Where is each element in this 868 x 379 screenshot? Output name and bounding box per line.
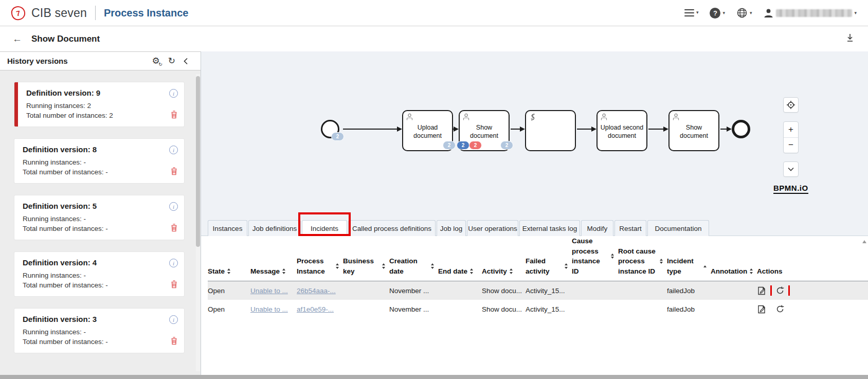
help-menu-button[interactable]: ? ▾: [710, 8, 725, 19]
sidebar-scrollbar-thumb[interactable]: [196, 76, 200, 247]
collapse-panel-button[interactable]: [184, 58, 188, 65]
apps-menu-button[interactable]: ▾: [684, 9, 699, 16]
retry-job-button[interactable]: [775, 304, 785, 314]
tab-job-definitions[interactable]: Job definitions: [248, 220, 301, 236]
user-task-icon: [406, 113, 413, 121]
version-card-3[interactable]: Definition version: 3 Running instances:…: [14, 309, 184, 353]
version-title: Definition version: 5: [23, 202, 177, 210]
retry-job-button[interactable]: [775, 285, 785, 296]
refresh-button[interactable]: ↻: [168, 57, 175, 65]
sort-icon: [565, 263, 568, 269]
page-title: Show Document: [31, 34, 100, 44]
column-header-failed-activity[interactable]: Failed activity: [526, 256, 572, 276]
bpmn-io-logo[interactable]: BPMN.iO: [773, 184, 808, 194]
zoom-in-button[interactable]: +: [784, 122, 798, 138]
download-button[interactable]: [845, 33, 855, 45]
column-header-annotation[interactable]: Annotation: [711, 266, 757, 277]
cell-state: Open: [208, 287, 250, 295]
horizontal-scrollbar[interactable]: [0, 375, 868, 379]
delete-version-button[interactable]: [170, 280, 178, 291]
incident-message-link[interactable]: Unable to ...: [250, 287, 288, 295]
incident-count-badge[interactable]: 2: [469, 141, 482, 150]
diagram-expand-button[interactable]: [783, 161, 799, 177]
process-instance-link[interactable]: 26b54aaa-...: [297, 287, 336, 295]
tab-modify[interactable]: Modify: [581, 220, 613, 236]
running-instances: Running instances: -: [23, 214, 177, 224]
instance-count-badge[interactable]: 2: [500, 141, 513, 150]
version-card-5[interactable]: Definition version: 5 Running instances:…: [14, 195, 184, 240]
column-header-process-instance[interactable]: Process Instance: [297, 256, 343, 276]
edit-annotation-button[interactable]: [757, 304, 767, 314]
back-button[interactable]: ←: [12, 33, 22, 45]
column-header-message[interactable]: Message: [250, 266, 297, 277]
column-header-root-cause-process-instance-id[interactable]: Root cause process instance ID: [618, 246, 667, 277]
version-title: Definition version: 9: [26, 88, 177, 97]
cell-incident-type: failedJob: [667, 287, 711, 295]
tab-documentation[interactable]: Documentation: [647, 220, 709, 236]
settings-sync-button[interactable]: ⚙↻: [152, 57, 160, 65]
delete-version-button[interactable]: [170, 223, 178, 234]
column-header-end-date[interactable]: End date: [438, 266, 482, 277]
delete-version-button[interactable]: [170, 336, 178, 348]
chevron-down-icon: ▾: [722, 11, 725, 15]
version-card-4[interactable]: Definition version: 4 Running instances:…: [14, 252, 184, 296]
delete-version-button[interactable]: [170, 167, 178, 178]
sequence-flow: [452, 129, 458, 130]
bpmn-task-upload-second-document[interactable]: Upload second document: [596, 110, 647, 151]
tab-external-tasks-log[interactable]: External tasks log: [519, 220, 580, 236]
running-instances: Running instances: -: [23, 157, 177, 167]
incidents-table: State Message Process Instance Business …: [201, 236, 868, 318]
instance-count-badge[interactable]: 2: [331, 132, 344, 141]
column-header-actions: Actions: [757, 266, 794, 277]
info-icon[interactable]: i: [169, 146, 178, 154]
sort-icon: [431, 263, 434, 269]
tab-called-process-definitions[interactable]: Called process definitions: [348, 220, 436, 236]
app-root: 7 CIB seven Process Instance ▾ ? ▾: [0, 0, 868, 379]
column-header-state[interactable]: State: [208, 266, 250, 277]
instance-count-badge[interactable]: 2: [443, 141, 456, 150]
bpmn-end-event[interactable]: [732, 120, 750, 138]
language-menu-button[interactable]: ▾: [736, 7, 752, 19]
edit-annotation-icon: [757, 304, 767, 314]
retry-icon: [775, 304, 785, 314]
cell-actions: [757, 304, 794, 314]
crosshair-icon: [786, 100, 795, 110]
reset-view-button[interactable]: [783, 97, 799, 113]
column-header-cause-process-instance-id[interactable]: Cause process instance ID: [572, 236, 618, 276]
info-icon[interactable]: i: [169, 202, 178, 211]
edit-annotation-button[interactable]: [757, 286, 767, 296]
tab-user-operations[interactable]: User operations: [467, 220, 518, 236]
bpmn-diagram[interactable]: 2 Upload document 2 Show do: [201, 51, 868, 220]
column-header-activity[interactable]: Activity: [482, 266, 526, 277]
chevron-down-icon: ▾: [750, 11, 752, 15]
tab-instances[interactable]: Instances: [208, 220, 247, 236]
tab-incidents[interactable]: Incidents: [302, 220, 347, 236]
table-scroll-up-arrow[interactable]: [862, 240, 866, 243]
bpmn-task-show-document-2[interactable]: Show document: [668, 110, 719, 151]
sort-icon: [382, 263, 385, 269]
info-icon[interactable]: i: [169, 89, 178, 98]
cib-logo-icon[interactable]: 7: [10, 5, 26, 21]
column-header-business-key[interactable]: Business key: [343, 256, 389, 276]
incident-message-link[interactable]: Unable to ...: [250, 305, 288, 313]
info-icon[interactable]: i: [169, 259, 178, 267]
tab-job-log[interactable]: Job log: [437, 220, 466, 236]
running-count-badge[interactable]: 2: [457, 141, 469, 150]
version-card-9[interactable]: Definition version: 9 Running instances:…: [14, 82, 184, 127]
edit-annotation-icon: [757, 286, 767, 296]
version-card-8[interactable]: Definition version: 8 Running instances:…: [14, 139, 184, 183]
user-menu-button[interactable]: ▾: [763, 8, 857, 19]
info-icon[interactable]: i: [169, 315, 178, 324]
top-bar: 7 CIB seven Process Instance ▾ ? ▾: [0, 0, 868, 26]
sequence-flow: [720, 129, 731, 130]
process-instance-link[interactable]: af1e0e59-...: [297, 305, 334, 313]
tab-restart[interactable]: Restart: [614, 220, 646, 236]
delete-version-button[interactable]: [170, 110, 178, 121]
bpmn-script-task[interactable]: [525, 110, 576, 151]
detail-tabs: Instances Job definitions Incidents Call…: [201, 220, 868, 236]
column-header-creation-date[interactable]: Creation date: [389, 256, 438, 276]
zoom-out-button[interactable]: −: [784, 138, 798, 153]
hamburger-icon: [684, 9, 694, 16]
column-header-incident-type[interactable]: Incident type: [667, 256, 711, 276]
cell-activity: Show docu...: [482, 287, 526, 295]
